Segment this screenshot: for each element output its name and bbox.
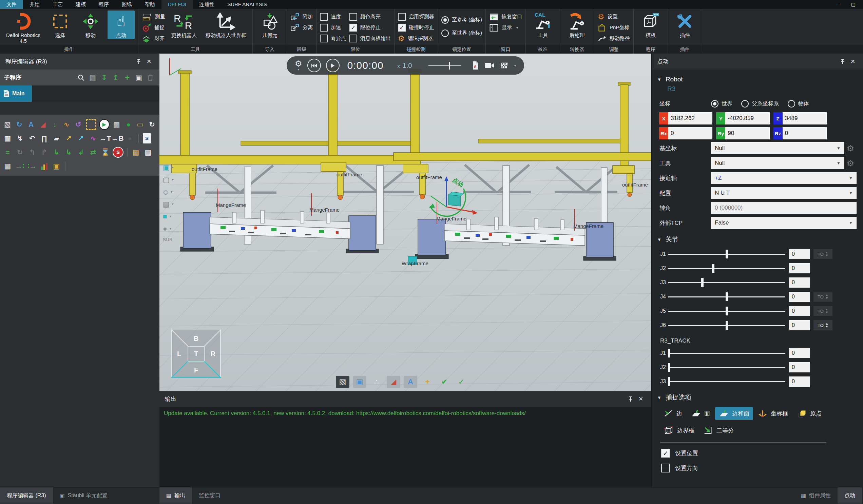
output-log[interactable]: Update available. Current version: 4.5.0…	[160, 407, 651, 487]
tab-component-properties[interactable]: ▦组件属性	[794, 487, 838, 504]
stop-on-collision-checkbox[interactable]: ✓碰撞时停止	[398, 23, 434, 32]
loop-back-button[interactable]: ↲	[75, 147, 87, 158]
singularity-checkbox[interactable]: 奇异点	[320, 34, 346, 43]
raster-path-button[interactable]: ∏	[39, 133, 50, 144]
print-button[interactable]: ▦	[2, 161, 13, 172]
frames-tool-icon[interactable]: ▣	[353, 376, 366, 388]
component-box-button[interactable]: ▣	[51, 161, 62, 172]
film-export-dropdown-icon[interactable]: ▾	[514, 64, 516, 67]
nav-cube-left[interactable]: L	[177, 350, 181, 357]
move-robot-world-frame-button[interactable]: 移动机器人世界框	[203, 11, 249, 39]
tab-monitor-window[interactable]: 监控窗口	[192, 487, 227, 504]
menu-surf-analysis[interactable]: SURF ANALYSIS	[221, 0, 273, 9]
move-tool-icon[interactable]: +	[421, 376, 434, 388]
message-panel-checkbox-box[interactable]	[349, 35, 357, 42]
speed-checkbox[interactable]: 速度	[320, 12, 346, 21]
to-reference-radio[interactable]: 至参考 (坐标)	[441, 15, 482, 24]
snap-edge-face-button[interactable]: 边和面	[715, 407, 753, 420]
enable-detectors-checkbox-box[interactable]	[398, 13, 406, 21]
projection-icon[interactable]: ◇▾	[163, 188, 174, 196]
set-orientation-checkbox-box[interactable]	[661, 464, 670, 473]
branch-case-button[interactable]: ↳	[63, 147, 74, 158]
linear-move-button[interactable]: ↗	[75, 133, 87, 144]
menu-file[interactable]: 文件	[0, 0, 23, 9]
text-tool-icon[interactable]: A	[404, 376, 417, 388]
snap-face-button[interactable]: 面	[687, 407, 714, 420]
search-icon[interactable]	[76, 73, 86, 83]
joint-slider-j3[interactable]	[668, 376, 785, 387]
world-radio[interactable]: 世界	[711, 100, 733, 108]
to-button-j4[interactable]: TO▲▼	[813, 292, 833, 302]
detach-button[interactable]: 分离	[290, 23, 313, 32]
snap-options-header[interactable]: ▼ 捕捉选项	[652, 391, 863, 403]
base-frame-select[interactable]: Null▼	[711, 142, 845, 154]
menu-program[interactable]: 程序	[92, 0, 115, 9]
check-tool-icon[interactable]: ✔	[438, 376, 451, 388]
stop-on-collision-checkbox-box[interactable]: ✓	[398, 24, 406, 32]
export-pdf-icon[interactable]: A	[472, 61, 479, 70]
pose-input-z[interactable]: 3489	[783, 112, 827, 125]
approach-axis-select[interactable]: +Z▼	[711, 172, 856, 184]
pose-input-rz[interactable]: 0	[783, 127, 827, 139]
to-world-radio[interactable]: 至世界 (坐标)	[441, 28, 482, 38]
insert-text-button[interactable]: →T	[100, 133, 111, 144]
joint-value-j5[interactable]: 0	[789, 306, 810, 316]
minimize-icon[interactable]: —	[836, 2, 841, 7]
highlight-mode-icon[interactable]: ■▾	[163, 213, 174, 220]
delete-subprogram-icon[interactable]	[145, 73, 155, 83]
assign-button[interactable]: =	[2, 147, 13, 158]
signal-out-button[interactable]: →∶	[14, 161, 25, 172]
parent-frame-radio[interactable]: 父系坐标系	[741, 100, 779, 108]
frame-select-button[interactable]	[86, 119, 96, 130]
open-folder-button[interactable]: ▰	[51, 133, 62, 144]
zoom-fit-icon[interactable]: ▣▾	[163, 164, 174, 171]
color-highlight-checkbox-box[interactable]	[349, 13, 357, 21]
template-button[interactable]: 模板	[637, 11, 664, 39]
cal-tool-button[interactable]: CAL工具	[529, 11, 556, 39]
to-button-j5[interactable]: TO▲▼	[813, 306, 833, 316]
joint-slider-j1[interactable]	[668, 249, 785, 260]
slider-handle[interactable]	[726, 250, 728, 259]
wait-step-button[interactable]: ⌛	[100, 147, 111, 158]
export-subprogram-icon[interactable]: ↥	[111, 73, 121, 83]
nav-cube-right[interactable]: R	[211, 350, 216, 357]
pose-input-y[interactable]: -4020.859	[725, 112, 770, 125]
program-loop-button[interactable]: ↻	[14, 119, 25, 130]
joint-slider-j5[interactable]	[668, 306, 785, 316]
speed-slider-handle[interactable]	[449, 62, 450, 70]
grind-curve-button[interactable]: ◢	[37, 119, 48, 130]
to-world-radio-circle[interactable]	[441, 29, 449, 37]
record-video-icon[interactable]	[485, 62, 495, 69]
select-tool-icon[interactable]: ▧	[336, 376, 349, 388]
swap-sync-button[interactable]: ⇄	[88, 147, 99, 158]
shading-icon[interactable]: ●▾	[163, 225, 174, 232]
joint-value-j2[interactable]: 0	[789, 263, 810, 273]
joint-slider-j2[interactable]	[668, 362, 785, 373]
import-subprogram-icon[interactable]: ↧	[99, 73, 109, 83]
set-position-checkbox[interactable]: ✓设置位置	[661, 449, 863, 457]
graph-tool-icon[interactable]: ∴	[370, 376, 383, 388]
curve-move-button[interactable]: ↗	[63, 133, 74, 144]
postprocess-button[interactable]: 后处理	[563, 11, 591, 39]
singularity-checkbox-box[interactable]	[320, 35, 328, 42]
maximize-icon[interactable]: ▢	[851, 2, 855, 7]
pin-icon[interactable]	[838, 56, 848, 67]
subprogram-doc-button[interactable]: S	[143, 133, 151, 143]
viewport-3d-scene[interactable]: 点动 outfitFrame outfitFrame outfitFrame o…	[160, 54, 651, 391]
rotate-move-button[interactable]: ↶	[26, 133, 38, 144]
view-mode-icon[interactable]: ▢▾	[163, 176, 174, 183]
tab-staubli-cell-config[interactable]: ▣Stäubli 单元配置	[53, 487, 115, 504]
slider-handle[interactable]	[668, 363, 670, 372]
acceleration-checkbox-box[interactable]	[320, 24, 328, 32]
set-position-checkbox-box[interactable]: ✓	[661, 449, 670, 457]
joint-slider-j3[interactable]	[668, 277, 785, 288]
viewport-3d[interactable]: 点动 outfitFrame outfitFrame outfitFrame o…	[160, 54, 651, 391]
geometry-button[interactable]: 几何元	[256, 11, 283, 39]
grid-pattern-button[interactable]: ▦	[2, 133, 13, 144]
configuration-select[interactable]: N U T▼	[711, 187, 856, 199]
pnp-frame-button[interactable]: PnP坐标	[598, 23, 630, 32]
playback-speed[interactable]: x 1.0	[398, 62, 412, 70]
statistics-button[interactable]	[39, 161, 50, 172]
sub-mode-label[interactable]: SUB	[163, 237, 174, 242]
slider-handle[interactable]	[668, 349, 670, 357]
